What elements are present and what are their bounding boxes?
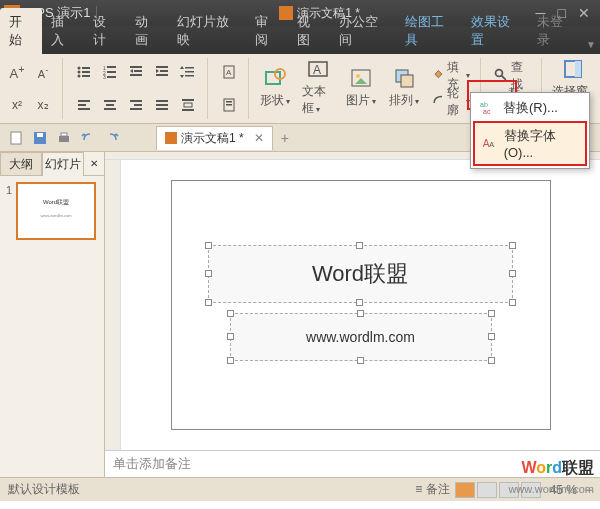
watermark-brand: Word联盟 xyxy=(521,458,594,479)
svg-rect-69 xyxy=(61,133,67,136)
login-link[interactable]: 未登录 xyxy=(528,8,582,54)
new-tab-button[interactable]: + xyxy=(281,130,289,146)
svg-line-56 xyxy=(502,75,506,79)
tab-animation[interactable]: 动画 xyxy=(126,8,168,54)
subtitle-textbox[interactable]: www.wordlm.com xyxy=(230,313,492,361)
svg-text:A: A xyxy=(313,63,321,77)
align-center-button[interactable] xyxy=(99,94,121,116)
select-pane-icon xyxy=(561,57,585,81)
font-increase-button[interactable]: A+ xyxy=(6,61,28,83)
title-textbox[interactable]: Word联盟 xyxy=(208,245,513,303)
tab-drawtools[interactable]: 绘图工具 xyxy=(396,8,462,54)
textbox-button[interactable]: A 文本框▾ xyxy=(302,58,335,116)
outline-button[interactable]: 轮廓▾ xyxy=(430,90,472,114)
svg-text:A: A xyxy=(226,68,232,77)
new-button[interactable] xyxy=(6,128,26,148)
svg-marker-14 xyxy=(130,69,133,73)
thumb-subtitle: www.wordlm.com xyxy=(18,213,94,218)
image-icon xyxy=(349,66,373,90)
svg-rect-34 xyxy=(156,100,168,102)
ribbon-tabs: 开始 插入 设计 动画 幻灯片放映 审阅 视图 办公空间 绘图工具 效果设置 未… xyxy=(0,26,600,54)
svg-rect-20 xyxy=(185,67,194,69)
subscript-button[interactable]: x₂ xyxy=(32,94,54,116)
svg-rect-65 xyxy=(11,132,21,144)
svg-rect-29 xyxy=(106,104,114,106)
document-tab[interactable]: 演示文稿1 * ✕ xyxy=(156,126,273,150)
svg-rect-35 xyxy=(156,104,168,106)
save-button[interactable] xyxy=(30,128,50,148)
svg-rect-26 xyxy=(78,104,86,106)
indent-decrease-button[interactable] xyxy=(125,61,147,83)
arrange-button[interactable]: 排列▾ xyxy=(387,58,420,116)
svg-rect-28 xyxy=(104,100,116,102)
svg-marker-18 xyxy=(156,69,159,73)
align-right-button[interactable] xyxy=(125,94,147,116)
svg-rect-15 xyxy=(130,74,142,76)
svg-rect-37 xyxy=(182,99,194,101)
replace-menu-item[interactable]: abac 替换(R)... xyxy=(473,95,587,121)
tab-design[interactable]: 设计 xyxy=(84,8,126,54)
svg-rect-68 xyxy=(59,136,69,142)
svg-rect-31 xyxy=(130,100,142,102)
slide-workspace[interactable]: Word联盟 www.wordlm.com xyxy=(121,160,600,450)
font-decrease-button[interactable]: A- xyxy=(32,61,54,83)
tab-effects[interactable]: 效果设置 xyxy=(462,8,528,54)
superscript-button[interactable]: x² xyxy=(6,94,28,116)
line-spacing-button[interactable] xyxy=(177,61,199,83)
subtitle-text[interactable]: www.wordlm.com xyxy=(231,329,491,345)
slide[interactable]: Word联盟 www.wordlm.com xyxy=(171,180,551,430)
print-button[interactable] xyxy=(54,128,74,148)
svg-rect-67 xyxy=(37,133,43,137)
thumbnails: 1 Word联盟 www.wordlm.com xyxy=(0,176,104,246)
distribute-button[interactable] xyxy=(177,94,199,116)
bullets-button[interactable] xyxy=(73,61,95,83)
main-area: 大纲 幻灯片 ✕ 1 Word联盟 www.wordlm.com xyxy=(0,152,600,477)
textbox-icon: A xyxy=(306,57,330,81)
vertical-align-button[interactable] xyxy=(218,94,240,116)
vertical-ruler xyxy=(105,160,121,450)
find-icon xyxy=(493,67,508,85)
redo-button[interactable] xyxy=(102,128,122,148)
svg-rect-27 xyxy=(78,108,90,110)
align-left-button[interactable] xyxy=(73,94,95,116)
replace-font-menu-item[interactable]: AA 替换字体(O)... xyxy=(473,121,587,166)
tab-office[interactable]: 办公空间 xyxy=(330,8,396,54)
close-tab-button[interactable]: ✕ xyxy=(254,131,264,145)
panel-close-button[interactable]: ✕ xyxy=(84,152,104,176)
numbering-button[interactable]: 123 xyxy=(99,61,121,83)
sorter-view-button[interactable] xyxy=(477,482,497,498)
watermark-url: www.wordlm.com xyxy=(508,483,594,495)
tab-start[interactable]: 开始 xyxy=(0,8,42,54)
svg-rect-33 xyxy=(130,108,142,110)
thumbnail-number: 1 xyxy=(6,184,12,196)
normal-view-button[interactable] xyxy=(455,482,475,498)
svg-marker-51 xyxy=(355,78,367,84)
svg-rect-44 xyxy=(226,104,232,106)
tabs-dropdown-icon[interactable]: ▼ xyxy=(582,39,600,54)
svg-rect-43 xyxy=(226,101,232,103)
slide-thumbnail[interactable]: 1 Word联盟 www.wordlm.com xyxy=(16,182,96,240)
tab-slideshow[interactable]: 幻灯片放映 xyxy=(168,8,246,54)
tab-view[interactable]: 视图 xyxy=(288,8,330,54)
tab-review[interactable]: 审阅 xyxy=(246,8,288,54)
tab-insert[interactable]: 插入 xyxy=(42,8,84,54)
image-button[interactable]: 图片▾ xyxy=(345,58,378,116)
indent-increase-button[interactable] xyxy=(151,61,173,83)
align-justify-button[interactable] xyxy=(151,94,173,116)
svg-rect-21 xyxy=(185,71,194,73)
font-size-group: A+ A- x² x₂ xyxy=(6,58,63,119)
status-bar: 默认设计模板 ≡ 备注 45 % − Word联盟 www.wordlm.com xyxy=(0,477,600,501)
svg-rect-32 xyxy=(134,104,142,106)
svg-rect-36 xyxy=(156,108,168,110)
svg-rect-3 xyxy=(82,71,90,73)
notes-toggle[interactable]: ≡ 备注 xyxy=(415,481,449,498)
outline-tab[interactable]: 大纲 xyxy=(0,152,42,176)
arrange-icon xyxy=(392,66,416,90)
fill-icon xyxy=(432,67,445,85)
slides-tab[interactable]: 幻灯片 xyxy=(42,152,84,176)
title-text[interactable]: Word联盟 xyxy=(209,259,512,289)
svg-rect-13 xyxy=(134,70,142,72)
shape-button[interactable]: 形状▾ xyxy=(259,58,292,116)
undo-button[interactable] xyxy=(78,128,98,148)
text-direction-button[interactable]: A xyxy=(218,61,240,83)
